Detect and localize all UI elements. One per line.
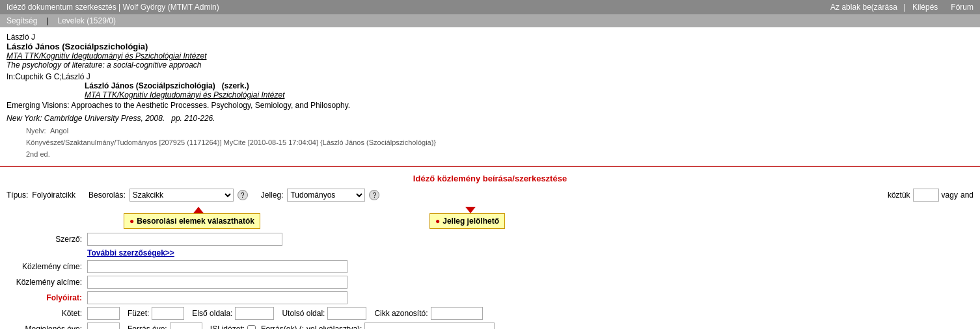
tipus-section: Típus: Folyóiratcikk <box>7 191 75 200</box>
top-bar: Idéző dokumentum szerkesztés | Wolf Györ… <box>0 0 980 14</box>
jelleg-section: Jelleg: TudományosIsmeretterjesztőEgyéb … <box>261 189 380 202</box>
forras-eve-input[interactable] <box>170 322 202 329</box>
menu-bar: Segítség | Levelek (1529/0) <box>0 14 980 27</box>
logout-link[interactable]: Kilépés <box>912 3 938 12</box>
forrasok-input[interactable] <box>364 322 495 329</box>
book-desc: Emerging Visions: Approaches to the Aest… <box>7 101 973 110</box>
besorolas-annotation: Besorolási elemek választhatók <box>124 213 260 229</box>
megjelenes-row: Megjelenés éve: Forrás éve: ISI idézet: … <box>7 322 973 329</box>
book-title: The psychology of literature: a social-c… <box>7 60 973 70</box>
kozlemeny-cime-input[interactable] <box>87 260 347 273</box>
meta-konyveszet: Könyvészet/Szaktanulmány/Tudományos [207… <box>7 138 973 146</box>
elso-oldal-label: Első oldala: <box>192 309 232 318</box>
kotet-input[interactable] <box>87 307 120 320</box>
besorolas-help-btn[interactable]: ? <box>238 190 248 200</box>
jelleg-select[interactable]: TudományosIsmeretterjesztőEgyéb <box>287 189 365 202</box>
tipus-value: Folyóiratcikk <box>32 191 75 200</box>
document-content: László J László János (Szociálpszichológ… <box>0 27 980 163</box>
type-row: Típus: Folyóiratcikk Besorolás: Szakcikk… <box>7 189 973 202</box>
tipus-label: Típus: <box>7 191 28 200</box>
inner-author: László János (Szociálpszichológia) (szer… <box>85 81 973 90</box>
inner-institution: MTA TTK/Kognitív Idegtudományi és Pszich… <box>85 90 973 99</box>
elso-oldal-input[interactable] <box>235 307 274 320</box>
folyoirat-input[interactable] <box>87 291 347 304</box>
utolso-oldal-label: Utolsó oldal: <box>282 309 325 318</box>
kozlemeny-cime-label: Közlemény címe: <box>7 262 85 271</box>
and-label: and <box>960 191 973 200</box>
fuzet-label: Füzet: <box>128 309 149 318</box>
megjelenes-eve-input[interactable] <box>87 322 120 329</box>
koztuk-input[interactable] <box>913 189 939 202</box>
forum-link[interactable]: Fórum <box>951 3 973 12</box>
kozlemeny-cime-row: Közlemény címe: <box>7 260 973 273</box>
cikk-azonosito-label: Cikk azonosító: <box>374 309 428 318</box>
pub-info: New York: Cambridge University Press, 20… <box>7 114 973 123</box>
top-bar-title: Idéző dokumentum szerkesztés | Wolf Györ… <box>7 3 219 12</box>
isi-idezet-label: ISI idézet: <box>210 324 245 329</box>
form-area: Idéző közlemény beírása/szerkesztése Típ… <box>0 170 980 329</box>
top-bar-right: Az ablak be(zárása | Kilépés Fórum <box>830 3 973 12</box>
kozlemeny-alcime-input[interactable] <box>87 276 347 289</box>
besorolas-arrow <box>193 207 204 213</box>
szerzo-input[interactable] <box>87 233 282 246</box>
szerzo-row: Szerző: <box>7 233 973 246</box>
jelleg-annotation: Jelleg jelölhető <box>429 213 505 229</box>
kotet-row: Kötet: Füzet: Első oldala: Utolsó oldal:… <box>7 307 973 320</box>
tovabbi-link[interactable]: További szerzőségek>> <box>87 248 174 257</box>
institution: MTA TTK/Kognitív Idegtudományi és Pszich… <box>7 51 973 60</box>
besorolas-section: Besorolás: SzakcikkTudományos közleményE… <box>88 189 248 202</box>
menu-levelek[interactable]: Levelek (1529/0) <box>58 16 116 25</box>
meta-nyelv: Nyelv: Angol <box>7 127 973 135</box>
besorolas-label: Besorolás: <box>88 191 126 200</box>
fuzet-input[interactable] <box>152 307 184 320</box>
koztuk-label: köztük <box>888 191 910 200</box>
meta-edition: 2nd ed. <box>7 150 973 158</box>
folyoirat-label: Folyóirat: <box>7 293 85 302</box>
author-full: László János (Szociálpszichológia) <box>7 42 973 51</box>
in-line: In:Cupchik G C;László J <box>7 72 973 81</box>
koztuk-section: köztük vagy and <box>888 189 973 202</box>
jelleg-help-btn[interactable]: ? <box>369 190 379 200</box>
forrasok-label: Forrás(ok) (;-vel elválasztva): <box>261 324 362 329</box>
vagy-label: vagy <box>942 191 958 200</box>
menu-segitseg[interactable]: Segítség <box>7 16 37 25</box>
kozlemeny-alcime-label: Közlemény alcíme: <box>7 278 85 287</box>
kotet-label: Kötet: <box>7 309 85 318</box>
window-close-link[interactable]: Az ablak be(zárása <box>830 3 897 12</box>
kozlemeny-alcime-row: Közlemény alcíme: <box>7 276 973 289</box>
folyoirat-row: Folyóirat: <box>7 291 973 304</box>
jelleg-label: Jelleg: <box>261 191 284 200</box>
form-title: Idéző közlemény beírása/szerkesztése <box>7 174 973 183</box>
forras-eve-label: Forrás éve: <box>128 324 167 329</box>
author-short: László J <box>7 33 973 42</box>
form-separator <box>0 166 980 167</box>
besorolas-select[interactable]: SzakcikkTudományos közleményEgyéb <box>129 189 234 202</box>
utolso-oldal-input[interactable] <box>327 307 366 320</box>
jelleg-arrow-down <box>465 207 476 213</box>
isi-idezet-checkbox[interactable] <box>247 325 256 330</box>
cikk-azonosito-input[interactable] <box>431 307 483 320</box>
szerzo-label: Szerző: <box>7 235 85 244</box>
megjelenes-eve-label: Megjelenés éve: <box>7 324 85 329</box>
